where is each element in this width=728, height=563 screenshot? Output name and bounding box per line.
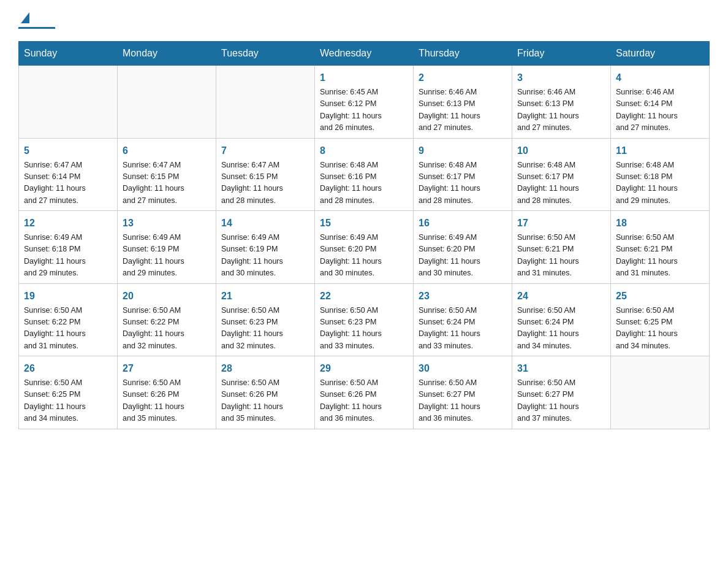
calendar-cell: 17Sunrise: 6:50 AMSunset: 6:21 PMDayligh… bbox=[512, 211, 611, 284]
day-info: Sunrise: 6:48 AMSunset: 6:16 PMDaylight:… bbox=[320, 161, 382, 205]
calendar-cell: 20Sunrise: 6:50 AMSunset: 6:22 PMDayligh… bbox=[118, 283, 216, 356]
day-info: Sunrise: 6:48 AMSunset: 6:17 PMDaylight:… bbox=[419, 161, 480, 205]
day-info: Sunrise: 6:47 AMSunset: 6:14 PMDaylight:… bbox=[24, 161, 86, 205]
calendar-cell: 7Sunrise: 6:47 AMSunset: 6:15 PMDaylight… bbox=[216, 138, 315, 211]
day-number: 5 bbox=[24, 144, 112, 158]
day-info: Sunrise: 6:50 AMSunset: 6:24 PMDaylight:… bbox=[419, 306, 480, 350]
calendar-cell: 6Sunrise: 6:47 AMSunset: 6:15 PMDaylight… bbox=[118, 138, 216, 211]
logo-line bbox=[18, 27, 55, 29]
day-number: 24 bbox=[517, 289, 605, 304]
day-number: 3 bbox=[517, 71, 605, 85]
day-number: 22 bbox=[320, 289, 408, 304]
day-number: 4 bbox=[616, 71, 704, 85]
calendar-cell: 29Sunrise: 6:50 AMSunset: 6:26 PMDayligh… bbox=[315, 356, 414, 429]
calendar-week-1: 1Sunrise: 6:45 AMSunset: 6:12 PMDaylight… bbox=[19, 66, 710, 139]
header-saturday: Saturday bbox=[611, 42, 710, 66]
calendar-cell bbox=[216, 66, 315, 139]
header-tuesday: Tuesday bbox=[216, 42, 315, 66]
calendar-cell: 4Sunrise: 6:46 AMSunset: 6:14 PMDaylight… bbox=[611, 66, 710, 139]
calendar-cell: 1Sunrise: 6:45 AMSunset: 6:12 PMDaylight… bbox=[315, 66, 414, 139]
calendar-week-5: 26Sunrise: 6:50 AMSunset: 6:25 PMDayligh… bbox=[19, 356, 710, 429]
calendar-cell: 15Sunrise: 6:49 AMSunset: 6:20 PMDayligh… bbox=[315, 211, 414, 284]
day-info: Sunrise: 6:46 AMSunset: 6:13 PMDaylight:… bbox=[419, 88, 480, 132]
day-info: Sunrise: 6:49 AMSunset: 6:18 PMDaylight:… bbox=[24, 233, 86, 277]
header-friday: Friday bbox=[512, 42, 611, 66]
calendar-cell: 30Sunrise: 6:50 AMSunset: 6:27 PMDayligh… bbox=[414, 356, 512, 429]
day-info: Sunrise: 6:49 AMSunset: 6:19 PMDaylight:… bbox=[123, 233, 184, 277]
calendar-week-2: 5Sunrise: 6:47 AMSunset: 6:14 PMDaylight… bbox=[19, 138, 710, 211]
day-number: 1 bbox=[320, 71, 408, 85]
day-info: Sunrise: 6:50 AMSunset: 6:26 PMDaylight:… bbox=[320, 378, 382, 423]
day-info: Sunrise: 6:45 AMSunset: 6:12 PMDaylight:… bbox=[320, 88, 382, 132]
calendar-cell: 12Sunrise: 6:49 AMSunset: 6:18 PMDayligh… bbox=[19, 211, 118, 284]
day-number: 10 bbox=[517, 144, 605, 158]
calendar-table: SundayMondayTuesdayWednesdayThursdayFrid… bbox=[18, 41, 710, 429]
day-number: 25 bbox=[616, 289, 704, 304]
calendar-cell: 14Sunrise: 6:49 AMSunset: 6:19 PMDayligh… bbox=[216, 211, 315, 284]
day-info: Sunrise: 6:48 AMSunset: 6:18 PMDaylight:… bbox=[616, 161, 678, 205]
calendar-header-row: SundayMondayTuesdayWednesdayThursdayFrid… bbox=[19, 42, 710, 66]
calendar-cell bbox=[118, 66, 216, 139]
day-info: Sunrise: 6:50 AMSunset: 6:22 PMDaylight:… bbox=[24, 306, 86, 350]
day-info: Sunrise: 6:50 AMSunset: 6:21 PMDaylight:… bbox=[616, 233, 678, 277]
calendar-cell: 23Sunrise: 6:50 AMSunset: 6:24 PMDayligh… bbox=[414, 283, 512, 356]
logo bbox=[18, 12, 58, 29]
day-number: 20 bbox=[123, 289, 211, 304]
day-info: Sunrise: 6:50 AMSunset: 6:22 PMDaylight:… bbox=[123, 306, 184, 350]
day-number: 15 bbox=[320, 216, 408, 231]
calendar-cell: 27Sunrise: 6:50 AMSunset: 6:26 PMDayligh… bbox=[118, 356, 216, 429]
calendar-cell: 24Sunrise: 6:50 AMSunset: 6:24 PMDayligh… bbox=[512, 283, 611, 356]
calendar-cell: 3Sunrise: 6:46 AMSunset: 6:13 PMDaylight… bbox=[512, 66, 611, 139]
header-sunday: Sunday bbox=[19, 42, 118, 66]
header-monday: Monday bbox=[118, 42, 216, 66]
day-number: 18 bbox=[616, 216, 704, 231]
calendar-week-3: 12Sunrise: 6:49 AMSunset: 6:18 PMDayligh… bbox=[19, 211, 710, 284]
day-info: Sunrise: 6:47 AMSunset: 6:15 PMDaylight:… bbox=[123, 161, 184, 205]
calendar-cell: 2Sunrise: 6:46 AMSunset: 6:13 PMDaylight… bbox=[414, 66, 512, 139]
calendar-cell bbox=[611, 356, 710, 429]
day-number: 13 bbox=[123, 216, 211, 231]
header-thursday: Thursday bbox=[414, 42, 512, 66]
day-info: Sunrise: 6:50 AMSunset: 6:25 PMDaylight:… bbox=[616, 306, 678, 350]
calendar-cell: 21Sunrise: 6:50 AMSunset: 6:23 PMDayligh… bbox=[216, 283, 315, 356]
day-number: 31 bbox=[517, 361, 605, 376]
day-info: Sunrise: 6:49 AMSunset: 6:20 PMDaylight:… bbox=[320, 233, 382, 277]
day-info: Sunrise: 6:50 AMSunset: 6:24 PMDaylight:… bbox=[517, 306, 579, 350]
day-number: 27 bbox=[123, 361, 211, 376]
calendar-cell: 16Sunrise: 6:49 AMSunset: 6:20 PMDayligh… bbox=[414, 211, 512, 284]
day-number: 23 bbox=[419, 289, 507, 304]
day-info: Sunrise: 6:49 AMSunset: 6:20 PMDaylight:… bbox=[419, 233, 480, 277]
day-number: 14 bbox=[221, 216, 309, 231]
calendar-cell: 10Sunrise: 6:48 AMSunset: 6:17 PMDayligh… bbox=[512, 138, 611, 211]
calendar-cell: 28Sunrise: 6:50 AMSunset: 6:26 PMDayligh… bbox=[216, 356, 315, 429]
day-info: Sunrise: 6:50 AMSunset: 6:27 PMDaylight:… bbox=[419, 378, 480, 423]
day-number: 30 bbox=[419, 361, 507, 376]
day-info: Sunrise: 6:50 AMSunset: 6:23 PMDaylight:… bbox=[320, 306, 382, 350]
calendar-cell: 26Sunrise: 6:50 AMSunset: 6:25 PMDayligh… bbox=[19, 356, 118, 429]
calendar-cell: 25Sunrise: 6:50 AMSunset: 6:25 PMDayligh… bbox=[611, 283, 710, 356]
calendar-cell: 19Sunrise: 6:50 AMSunset: 6:22 PMDayligh… bbox=[19, 283, 118, 356]
day-info: Sunrise: 6:49 AMSunset: 6:19 PMDaylight:… bbox=[221, 233, 283, 277]
calendar-cell: 11Sunrise: 6:48 AMSunset: 6:18 PMDayligh… bbox=[611, 138, 710, 211]
calendar-cell bbox=[19, 66, 118, 139]
calendar-cell: 22Sunrise: 6:50 AMSunset: 6:23 PMDayligh… bbox=[315, 283, 414, 356]
day-info: Sunrise: 6:50 AMSunset: 6:23 PMDaylight:… bbox=[221, 306, 283, 350]
header-wednesday: Wednesday bbox=[315, 42, 414, 66]
day-number: 2 bbox=[419, 71, 507, 85]
day-number: 11 bbox=[616, 144, 704, 158]
day-number: 16 bbox=[419, 216, 507, 231]
day-info: Sunrise: 6:50 AMSunset: 6:26 PMDaylight:… bbox=[123, 378, 184, 423]
day-number: 29 bbox=[320, 361, 408, 376]
day-number: 7 bbox=[221, 144, 309, 158]
calendar-cell: 5Sunrise: 6:47 AMSunset: 6:14 PMDaylight… bbox=[19, 138, 118, 211]
day-info: Sunrise: 6:50 AMSunset: 6:27 PMDaylight:… bbox=[517, 378, 579, 423]
day-number: 17 bbox=[517, 216, 605, 231]
calendar-cell: 31Sunrise: 6:50 AMSunset: 6:27 PMDayligh… bbox=[512, 356, 611, 429]
day-number: 6 bbox=[123, 144, 211, 158]
day-number: 26 bbox=[24, 361, 112, 376]
day-info: Sunrise: 6:50 AMSunset: 6:26 PMDaylight:… bbox=[221, 378, 283, 423]
day-number: 21 bbox=[221, 289, 309, 304]
day-info: Sunrise: 6:46 AMSunset: 6:13 PMDaylight:… bbox=[517, 88, 579, 132]
calendar-week-4: 19Sunrise: 6:50 AMSunset: 6:22 PMDayligh… bbox=[19, 283, 710, 356]
day-info: Sunrise: 6:46 AMSunset: 6:14 PMDaylight:… bbox=[616, 88, 678, 132]
